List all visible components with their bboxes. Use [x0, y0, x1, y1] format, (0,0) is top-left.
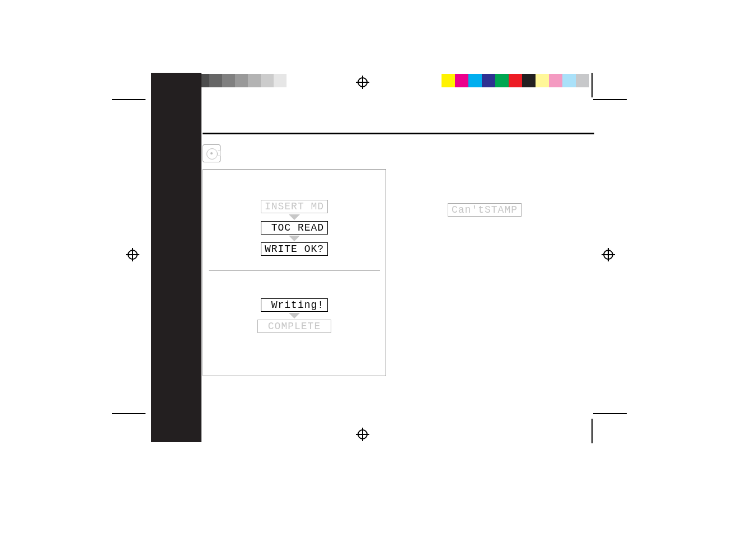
color-swatch	[482, 74, 495, 87]
trim-tick	[591, 419, 593, 443]
color-swatch	[509, 74, 522, 87]
gray-swatch	[222, 74, 235, 87]
section-rule	[203, 133, 594, 134]
arrow-down-icon	[289, 313, 300, 318]
registration-mark-icon	[356, 428, 369, 441]
lcd-message: COMPLETE	[257, 320, 331, 333]
gray-swatch	[209, 74, 222, 87]
gray-swatch	[261, 74, 274, 87]
trim-tick	[591, 73, 593, 97]
color-swatch	[442, 74, 455, 87]
gray-swatch	[287, 74, 299, 87]
color-swatch	[562, 74, 576, 87]
color-swatch	[495, 74, 509, 87]
trim-tick	[593, 99, 627, 100]
color-swatch	[576, 74, 589, 87]
lcd-message: WRITE OK?	[261, 242, 328, 256]
trim-tick	[112, 99, 145, 100]
trim-tick	[112, 413, 145, 414]
gray-swatch	[274, 74, 287, 87]
lcd-message: INSERT MD	[261, 200, 328, 213]
arrow-down-icon	[289, 236, 300, 241]
registration-mark-icon	[126, 248, 139, 261]
arrow-down-icon	[289, 214, 300, 220]
gray-swatch	[235, 74, 248, 87]
color-swatch	[455, 74, 468, 87]
color-swatch	[536, 74, 549, 87]
registration-mark-icon	[356, 76, 369, 89]
color-swatch	[549, 74, 562, 87]
flow-divider	[209, 270, 380, 270]
color-calibration-bar	[442, 74, 589, 87]
gray-swatch	[248, 74, 261, 87]
color-swatch	[522, 74, 536, 87]
lcd-message: TOC READ	[261, 221, 328, 235]
minidisc-icon	[203, 144, 220, 162]
trim-tick	[593, 413, 627, 414]
registration-mark-icon	[602, 248, 615, 261]
procedure-flow-box: INSERT MD TOC READ WRITE OK? Writing! CO…	[203, 169, 386, 376]
lcd-message: Writing!	[261, 298, 328, 312]
page-inner-margin	[151, 73, 201, 442]
color-swatch	[468, 74, 482, 87]
lcd-message: Can'tSTAMP	[448, 203, 522, 217]
